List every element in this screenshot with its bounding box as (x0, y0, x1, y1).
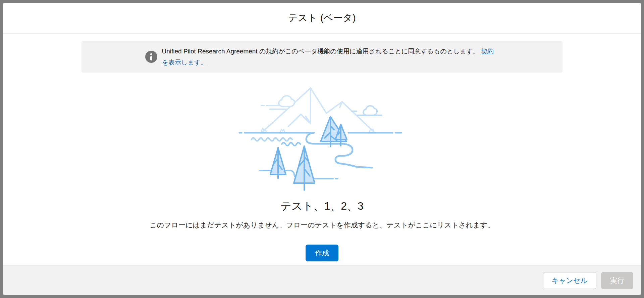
modal-footer: キャンセル 実行 (3, 265, 641, 295)
test-beta-modal: テスト (ベータ) Unified Pilot Research Agreeme… (3, 3, 641, 295)
empty-state-description: このフローにはまだテストがありません。フローのテストを作成すると、テストがここに… (150, 220, 494, 230)
banner-text-segment: Unified Pilot Research Agreement の規約がこのベ… (162, 48, 481, 55)
create-test-button[interactable]: 作成 (306, 245, 338, 261)
cancel-button[interactable]: キャンセル (543, 272, 596, 289)
trees-bottom-left (270, 146, 315, 190)
grass (261, 128, 374, 132)
run-button[interactable]: 実行 (601, 272, 633, 289)
trees-upper-right (321, 117, 347, 146)
waves-row2 (282, 143, 300, 146)
info-icon (145, 51, 157, 63)
banner-text: Unified Pilot Research Agreement の規約がこのベ… (162, 46, 499, 68)
waves-row1 (252, 138, 292, 141)
cloud-left (261, 96, 294, 109)
modal-body: Unified Pilot Research Agreement の規約がこのベ… (3, 34, 641, 265)
cloud-right (352, 106, 382, 115)
empty-state-heading: テスト、1、2、3 (280, 199, 364, 214)
mountains (262, 88, 374, 132)
banner-content: Unified Pilot Research Agreement の規約がこのベ… (145, 46, 499, 68)
modal-title: テスト (ベータ) (288, 11, 356, 24)
modal-header: テスト (ベータ) (3, 3, 641, 34)
empty-state-illustration (235, 82, 409, 194)
beta-agreement-banner: Unified Pilot Research Agreement の規約がこのベ… (82, 41, 562, 73)
